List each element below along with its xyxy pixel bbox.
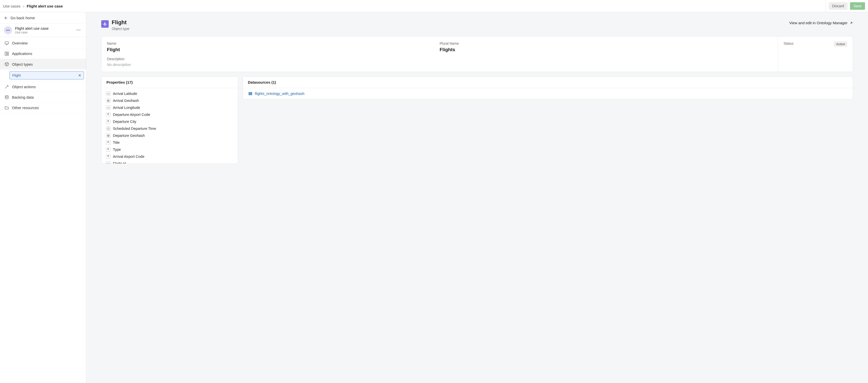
nav-label: Applications	[12, 52, 32, 56]
svg-line-17	[850, 22, 852, 24]
datasources-list: flights_ontology_with_geohash	[243, 88, 853, 99]
property-label: Arrival Latitude	[113, 92, 137, 96]
int-type-icon: 123	[106, 161, 111, 163]
sidebar-nav: Overview Applications Object types	[0, 37, 86, 113]
property-label: Flight Id	[113, 162, 126, 163]
sidebar-item-object-actions[interactable]: Object actions	[0, 82, 86, 92]
plural-name-value: Flights	[440, 47, 773, 53]
time-type-icon	[106, 126, 111, 131]
usecase-avatar-icon	[4, 26, 12, 34]
property-label: Departure Airport Code	[113, 113, 150, 117]
property-label: Title	[113, 140, 120, 145]
svg-rect-12	[7, 54, 8, 56]
page-title: Flight	[112, 19, 129, 26]
meta-status-block: Status Active	[778, 36, 853, 72]
applications-icon	[4, 52, 9, 56]
geo-type-icon	[106, 98, 111, 103]
svg-rect-7	[5, 42, 8, 44]
property-row[interactable]: Departure Geohash	[104, 132, 235, 139]
breadcrumb-current: Flight alert use case	[27, 4, 63, 8]
properties-panel: Properties (17) 1.0Arrival LatitudeArriv…	[101, 76, 238, 164]
property-label: Scheduled Departure Time	[113, 127, 156, 131]
property-row[interactable]: ❞Type	[104, 146, 235, 153]
sidebar: Go back home Flight alert use case Use c…	[0, 12, 86, 383]
properties-list: 1.0Arrival LatitudeArrival Geohash1.0Arr…	[101, 88, 238, 163]
usecase-title: Flight alert use case	[15, 26, 72, 30]
ontology-link-label: View and edit in Ontology Manager	[789, 21, 847, 25]
more-horizontal-icon	[76, 28, 81, 32]
actions-icon	[4, 85, 9, 89]
property-row[interactable]: ❞Arrival Airport Code	[104, 153, 235, 160]
breadcrumb-separator: ›	[23, 4, 24, 8]
nav-label: Object types	[12, 62, 33, 66]
datasources-panel: Datasources (1) flights_ontology_with_ge…	[243, 76, 853, 99]
sidebar-item-backing-data[interactable]: Backing data	[0, 92, 86, 103]
property-row[interactable]: 123Flight Id	[104, 160, 235, 163]
object-type-chip-label: Flight	[12, 73, 21, 77]
close-icon	[78, 74, 81, 77]
svg-point-5	[78, 29, 79, 30]
sidebar-item-object-types[interactable]: Object types	[0, 59, 86, 69]
object-type-chip-flight[interactable]: Flight	[9, 71, 84, 79]
datasource-link[interactable]: flights_ontology_with_geohash	[255, 92, 304, 96]
go-back-link[interactable]: Go back home	[0, 12, 86, 24]
svg-rect-21	[249, 92, 252, 93]
nav-label: Overview	[12, 41, 28, 45]
external-link-icon	[849, 21, 853, 25]
string-type-icon: ❞	[106, 154, 111, 159]
ontology-manager-link[interactable]: View and edit in Ontology Manager	[789, 19, 853, 25]
property-row[interactable]: 1.0Arrival Longitude	[104, 104, 235, 111]
svg-point-1	[6, 30, 7, 31]
svg-rect-23	[249, 94, 252, 95]
property-row[interactable]: 1.0Arrival Latitude	[104, 90, 235, 97]
object-meta-panel: Name Flight Plural Name Flights Descript…	[101, 36, 853, 72]
nav-label: Object actions	[12, 85, 36, 89]
svg-point-4	[77, 29, 78, 30]
property-row[interactable]: ❞Departure Airport Code	[104, 111, 235, 118]
monitor-icon	[4, 41, 9, 45]
property-row[interactable]: Arrival Geohash	[104, 97, 235, 104]
name-value: Flight	[107, 47, 440, 53]
usecase-menu-button[interactable]	[75, 27, 82, 34]
datasource-row: flights_ontology_with_geohash	[246, 90, 850, 97]
string-type-icon: ❞	[106, 140, 111, 145]
sidebar-item-applications[interactable]: Applications	[0, 49, 86, 59]
name-label: Name	[107, 41, 440, 45]
discard-button[interactable]: Discard	[829, 2, 847, 10]
property-row[interactable]: ❞Departure City	[104, 118, 235, 125]
svg-rect-22	[249, 93, 252, 94]
breadcrumb-root[interactable]: Use cases	[3, 4, 21, 8]
topbar: Use cases › Flight alert use case Discar…	[0, 0, 868, 12]
property-row[interactable]: Scheduled Departure Time	[104, 125, 235, 132]
save-button[interactable]: Save	[850, 2, 865, 10]
usecase-header: Flight alert use case Use case	[0, 24, 86, 37]
chip-remove-button[interactable]	[78, 74, 81, 77]
svg-point-6	[80, 29, 80, 30]
nav-label: Other resources	[12, 106, 39, 110]
folder-icon	[4, 106, 9, 110]
dataset-icon	[248, 92, 252, 96]
sidebar-item-overview[interactable]: Overview	[0, 38, 86, 49]
main-header: Flight Object type View and edit in Onto…	[101, 19, 853, 31]
geo-type-icon	[106, 133, 111, 138]
datasources-header: Datasources (1)	[243, 77, 853, 88]
cube-icon	[4, 62, 9, 66]
property-label: Departure City	[113, 120, 136, 124]
description-value: No description	[107, 62, 772, 67]
meta-name-block: Name Flight	[107, 41, 440, 53]
svg-point-16	[5, 95, 8, 97]
main-content: Flight Object type View and edit in Onto…	[86, 12, 868, 383]
sidebar-item-other-resources[interactable]: Other resources	[0, 103, 86, 113]
string-type-icon: ❞	[106, 119, 111, 124]
nav-label: Backing data	[12, 95, 34, 99]
property-label: Departure Geohash	[113, 134, 145, 137]
svg-rect-11	[7, 52, 8, 54]
svg-rect-10	[5, 52, 6, 56]
database-icon	[4, 95, 9, 100]
meta-description-block: Description No description	[107, 57, 772, 67]
meta-plural-block: Plural Name Flights	[440, 41, 773, 53]
object-types-children: Flight	[0, 69, 86, 82]
property-row[interactable]: ❞Title	[104, 139, 235, 146]
property-label: Arrival Airport Code	[113, 155, 145, 159]
string-type-icon: ❞	[106, 113, 111, 117]
